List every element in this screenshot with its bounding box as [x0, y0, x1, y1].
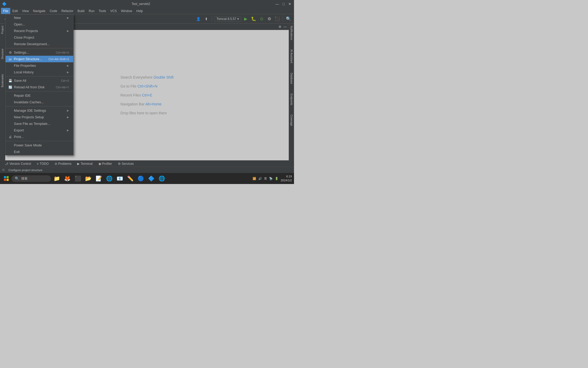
status-message[interactable]: Configure project structure [7, 168, 44, 172]
taskbar-search[interactable]: 🔍 搜索 [12, 175, 51, 182]
menu-item-new-projects-setup[interactable]: New Projects Setup [6, 114, 73, 120]
tab-profiler[interactable]: ◉ Profiler [96, 161, 115, 166]
hint-navigation-bar: Navigation Bar Alt+Home [120, 102, 162, 106]
menu-tools[interactable]: Tools [97, 8, 108, 14]
tab-settings-icon[interactable]: ⚙ [278, 24, 282, 29]
profiler-icon: ◉ [98, 162, 101, 166]
menu-refactor[interactable]: Refactor [59, 8, 75, 14]
run-config-selector[interactable]: Tomcat 8.5.57 ▾ [214, 16, 241, 22]
debug-button[interactable]: 🐛 [250, 16, 257, 22]
menu-item-remote-development[interactable]: Remote Development... [6, 41, 73, 47]
svg-rect-3 [7, 179, 9, 181]
run-button[interactable]: ▶ [242, 16, 249, 22]
menu-item-settings[interactable]: ⚙ Settings... Ctrl+Alt+S [6, 49, 73, 56]
taskbar-app-idea[interactable]: 🔷 [146, 174, 156, 183]
sidebar-item-database[interactable]: Database [290, 71, 293, 86]
sidebar-item-endpoints[interactable]: Endpoints [290, 91, 293, 107]
run-config-label: Tomcat 8.5.57 [217, 17, 236, 21]
taskbar-app-edge[interactable]: 🌐 [104, 174, 114, 183]
todo-icon: ≡ [37, 162, 39, 166]
taskbar-app-ie[interactable]: 🔵 [136, 174, 145, 183]
menu-item-invalidate-caches[interactable]: Invalidate Caches... [6, 99, 73, 105]
taskbar-app-notes[interactable]: 📝 [94, 174, 103, 183]
taskbar-app-vector[interactable]: ✏️ [125, 174, 135, 183]
menu-vcs[interactable]: VCS [108, 8, 119, 14]
menu-navigate[interactable]: Navigate [31, 8, 48, 14]
minimize-button[interactable]: — [275, 2, 279, 6]
sidebar-item-structure[interactable]: Structure [1, 47, 4, 62]
sidebar-item-coverage[interactable]: Coverage [290, 113, 293, 128]
problems-icon: ⊘ [55, 162, 57, 166]
svg-rect-0 [4, 176, 6, 178]
tab-services[interactable]: ⚙ Services [115, 161, 136, 166]
menu-item-save-template[interactable]: Save File as Template... [6, 120, 73, 127]
svg-rect-1 [7, 176, 9, 178]
sidebar-item-notifications[interactable]: Notifications [290, 24, 293, 42]
vcs-button[interactable]: ⬆ [203, 16, 210, 22]
menu-view[interactable]: View [20, 8, 31, 14]
taskbar-app-explorer[interactable]: 📁 [52, 174, 61, 183]
menu-item-new[interactable]: New [6, 14, 73, 21]
taskbar: 🔍 搜索 📁 🦊 ⬛ 📂 📝 🌐 📧 ✏️ 🔵 [0, 173, 294, 184]
user-button[interactable]: 👤 [195, 16, 202, 22]
taskbar-app-terminal[interactable]: ⬛ [73, 174, 82, 183]
menu-item-recent-projects[interactable]: Recent Projects [6, 28, 73, 34]
menu-code[interactable]: Code [48, 8, 59, 14]
menu-item-project-structure[interactable]: 🗂 Project Structure... Ctrl+Alt+Shift+S [6, 56, 73, 62]
status-bar: ⚙ Configure project structure [0, 167, 294, 173]
stop-button[interactable]: ⬛ [274, 16, 281, 22]
title-bar: 🔷 Test_servlet2 — □ ✕ [0, 0, 294, 8]
taskbar-app-files[interactable]: 📂 [83, 174, 93, 183]
tab-settings: ⚙ — [276, 24, 289, 29]
bottom-bar: ⎇ Version Control ≡ TODO ⊘ Problems ▶ Te… [0, 160, 294, 167]
separator-5 [6, 141, 73, 141]
taskbar-datetime[interactable]: 6:19 2024/1/2 [281, 175, 292, 183]
taskbar-date-display: 2024/1/2 [281, 178, 292, 182]
tab-terminal[interactable]: ▶ Terminal [75, 161, 95, 166]
menu-item-file-properties[interactable]: File Properties [6, 62, 73, 69]
menu-build[interactable]: Build [75, 8, 87, 14]
search-everywhere-button[interactable]: 🔍 [285, 16, 292, 22]
more-run-button[interactable]: ⚙ [266, 16, 273, 22]
start-button[interactable] [2, 174, 10, 183]
taskbar-volume-icon: 🔊 [258, 177, 262, 180]
left-sidebar: Project Structure Bookmarks [0, 24, 5, 160]
tab-minimize-icon[interactable]: — [283, 24, 287, 29]
close-button[interactable]: ✕ [288, 2, 292, 6]
coverage-button[interactable]: ⊙ [258, 16, 265, 22]
menu-item-exit[interactable]: Exit [6, 149, 73, 155]
taskbar-app-chrome[interactable]: 🌐 [157, 174, 166, 183]
menu-item-manage-ide-settings[interactable]: Manage IDE Settings [6, 107, 73, 114]
menu-item-reload[interactable]: 🔄 Reload All from Disk Ctrl+Alt+Y [6, 84, 73, 90]
separator-4 [6, 106, 73, 106]
menu-item-open[interactable]: Open... [6, 21, 73, 28]
tab-problems[interactable]: ⊘ Problems [52, 161, 74, 166]
menu-edit[interactable]: Edit [10, 8, 20, 14]
tab-todo[interactable]: ≡ TODO [34, 161, 51, 166]
menu-bar: File Edit View Navigate Code Refactor Bu… [0, 8, 294, 14]
sidebar-item-bookmarks[interactable]: Bookmarks [1, 72, 4, 89]
menu-item-power-save[interactable]: Power Save Mode [6, 142, 73, 149]
hint-recent-files: Recent Files Ctrl+E [120, 93, 152, 97]
taskbar-app-browser1[interactable]: 🦊 [62, 174, 72, 183]
sidebar-item-project[interactable]: Project [1, 24, 4, 36]
menu-help[interactable]: Help [134, 8, 145, 14]
menu-item-close-project[interactable]: Close Project [6, 34, 73, 41]
menu-window[interactable]: Window [119, 8, 134, 14]
maximize-button[interactable]: □ [281, 2, 286, 6]
project-structure-icon: 🗂 [8, 57, 12, 61]
menu-item-repair-ide[interactable]: Repair IDE [6, 92, 73, 99]
taskbar-app-mail[interactable]: 📧 [115, 174, 124, 183]
menu-item-export[interactable]: Export [6, 127, 73, 134]
menu-item-local-history[interactable]: Local History [6, 69, 73, 75]
file-menu-dropdown: New Open... Recent Projects Close Projec… [5, 14, 74, 155]
services-icon: ⚙ [118, 162, 121, 166]
menu-run[interactable]: Run [87, 8, 97, 14]
menu-item-save-all[interactable]: 💾 Save All Ctrl+S [6, 77, 73, 84]
taskbar-network-icon: 📶 [253, 177, 256, 180]
tab-version-control[interactable]: ⎇ Version Control [2, 161, 34, 166]
menu-file[interactable]: File [1, 8, 10, 14]
taskbar-time-display: 6:19 [281, 175, 292, 178]
sidebar-item-ai-assistant[interactable]: AI Assistant [290, 47, 293, 65]
menu-item-print[interactable]: 🖨 Print... [6, 134, 73, 140]
